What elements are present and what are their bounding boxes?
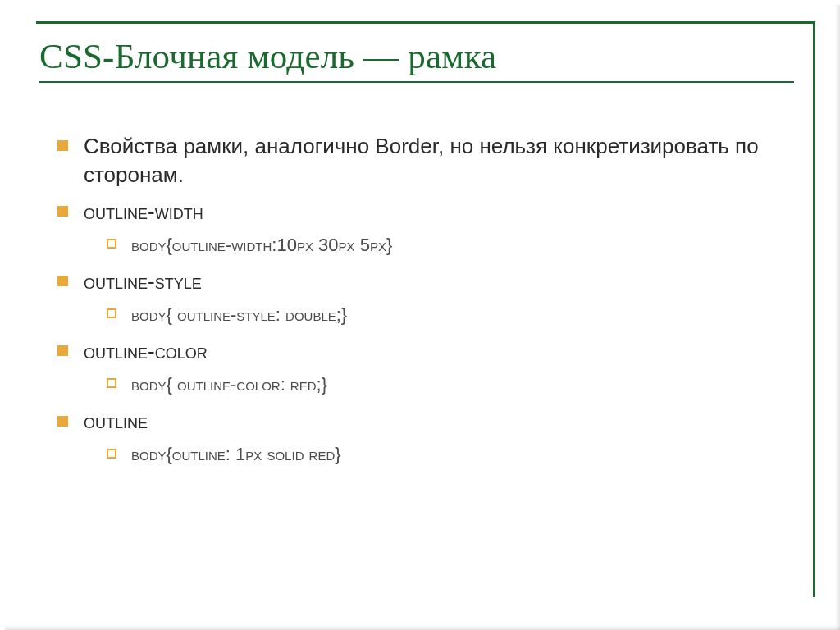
frame-right-line — [813, 21, 815, 597]
sub-bullet-list: Body{outline-width:10px 30px 5px} — [107, 231, 804, 259]
sub-bullet-item: Body{ outline-color: red;} — [107, 371, 804, 399]
bullet-text: Outline — [84, 409, 148, 433]
slide-content: Свойства рамки, аналогично Border, но не… — [57, 132, 804, 469]
sub-bullet-text: Body{ outline-color: red;} — [131, 374, 327, 395]
sub-bullet-item: Body{outline-width:10px 30px 5px} — [107, 231, 804, 259]
bullet-item-4: Outline-color Body{ outline-color: red;} — [57, 337, 804, 399]
bullet-item-5: Outline Body{outline: 1px solid red} — [57, 407, 804, 468]
slide: CSS-Блочная модель — рамка Свойства рамк… — [0, 0, 840, 630]
bullet-text: Свойства рамки, аналогично Border, но не… — [84, 134, 759, 187]
bullet-text: Outline-color — [84, 339, 208, 363]
sub-bullet-item: Body{ outline-style: double;} — [107, 301, 804, 329]
slide-shadow-bottom — [5, 625, 840, 630]
frame-top-line — [36, 21, 815, 24]
bullet-item-2: Outline-width Body{outline-width:10px 30… — [57, 198, 804, 259]
slide-shadow-right — [835, 5, 840, 630]
bullet-text: Outline-style — [84, 269, 202, 294]
bullet-item-3: Outline-style Body{ outline-style: doubl… — [57, 267, 804, 329]
sub-bullet-list: Body{ outline-style: double;} — [107, 301, 804, 329]
sub-bullet-list: Body{ outline-color: red;} — [107, 371, 804, 399]
sub-bullet-text: Body{outline: 1px solid red} — [131, 444, 341, 464]
bullet-text: Outline-width — [84, 199, 203, 224]
sub-bullet-text: Body{ outline-style: double;} — [131, 304, 347, 325]
bullet-list: Свойства рамки, аналогично Border, но не… — [57, 132, 804, 469]
sub-bullet-list: Body{outline: 1px solid red} — [107, 441, 804, 468]
sub-bullet-item: Body{outline: 1px solid red} — [107, 441, 804, 468]
slide-title: CSS-Блочная модель — рамка — [39, 36, 804, 76]
sub-bullet-text: Body{outline-width:10px 30px 5px} — [131, 235, 392, 255]
bullet-item-1: Свойства рамки, аналогично Border, но не… — [57, 132, 804, 189]
title-underline — [39, 81, 794, 83]
